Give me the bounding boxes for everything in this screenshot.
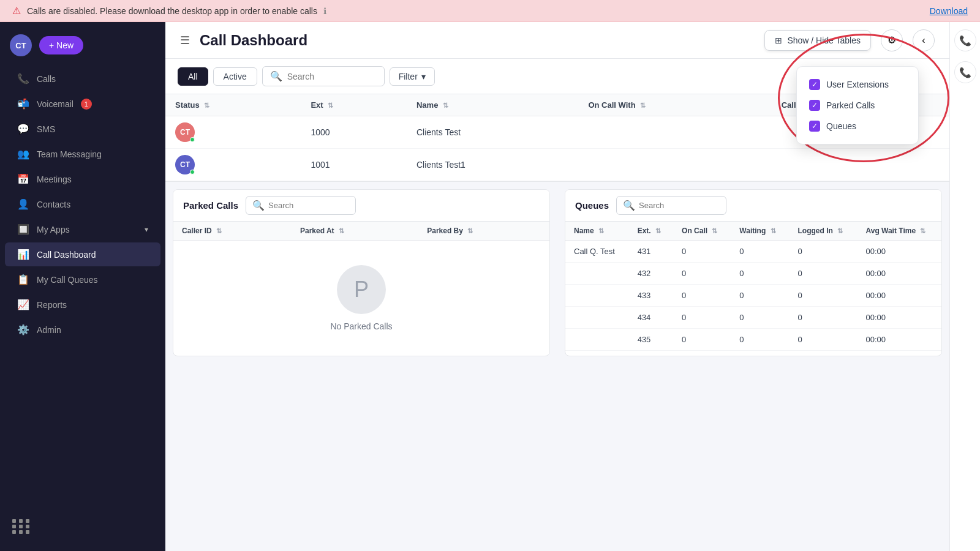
- phone-button-2[interactable]: 📞: [954, 61, 976, 83]
- status-dot: [190, 170, 195, 174]
- nav-label-my-apps: My Apps: [37, 225, 70, 234]
- empty-state: P No Parked Calls: [173, 241, 549, 356]
- right-sidebar: 📞 📞: [949, 22, 980, 551]
- hamburger-button[interactable]: ☰: [180, 34, 190, 47]
- status-dot: [190, 137, 195, 142]
- cell-q-loggedin: 0: [790, 285, 858, 307]
- cell-q-oncall: 0: [673, 241, 731, 263]
- nav-icon-call-dashboard: 📊: [17, 249, 29, 260]
- col-q-ext[interactable]: Ext. ⇅: [629, 222, 673, 241]
- dropdown-item-queues[interactable]: ✓ Queues: [807, 116, 908, 137]
- sidebar-item-meetings[interactable]: 📅 Meetings: [5, 167, 160, 191]
- settings-button[interactable]: ⚙: [881, 29, 903, 51]
- queues-search: 🔍: [616, 196, 726, 215]
- cell-q-avgwait: 00:00: [858, 329, 942, 351]
- nav-icon-team-messaging: 👥: [17, 148, 29, 160]
- cell-status: CT: [165, 116, 301, 149]
- dropdown-item-parked-calls[interactable]: ✓ Parked Calls: [807, 95, 908, 116]
- search-input[interactable]: [287, 72, 377, 81]
- cell-q-ext: 433: [629, 285, 673, 307]
- cell-q-name: [565, 285, 629, 307]
- sidebar-item-my-apps[interactable]: 🔲 My Apps ▾: [5, 217, 160, 241]
- info-icon[interactable]: ℹ: [323, 6, 326, 16]
- new-button[interactable]: + New: [39, 36, 83, 54]
- cell-name: Clients Test1: [407, 149, 578, 181]
- sidebar-item-admin[interactable]: ⚙️ Admin: [5, 318, 160, 342]
- nav-label-my-call-queues: My Call Queues: [37, 275, 98, 285]
- nav-icon-sms: 💬: [17, 123, 29, 135]
- nav-label-reports: Reports: [37, 300, 67, 310]
- phone-icon-1: 📞: [959, 35, 971, 47]
- download-link[interactable]: Download: [930, 6, 968, 16]
- phone-button-1[interactable]: 📞: [954, 29, 976, 51]
- collapse-button[interactable]: ‹: [913, 29, 935, 51]
- table-row: CT 1001 Clients Test1: [165, 149, 949, 181]
- main-content: ☰ Call Dashboard ⊞ Show / Hide Tables ⚙ …: [165, 22, 949, 551]
- cell-oncall: [578, 149, 771, 181]
- sidebar-item-sms[interactable]: 💬 SMS: [5, 117, 160, 141]
- sidebar-item-calls[interactable]: 📞 Calls: [5, 67, 160, 91]
- cell-q-ext: 432: [629, 263, 673, 285]
- dropdown-item-user-extensions[interactable]: ✓ User Extensions: [807, 74, 908, 95]
- sidebar-item-team-messaging[interactable]: 👥 Team Messaging: [5, 142, 160, 166]
- cell-q-waiting: 0: [731, 329, 789, 351]
- filter-button[interactable]: Filter ▾: [390, 67, 435, 86]
- col-q-loggedin[interactable]: Logged In ⇅: [790, 222, 858, 241]
- parked-search-input[interactable]: [268, 201, 349, 210]
- grid-icon[interactable]: [12, 519, 153, 534]
- tab-all[interactable]: All: [178, 67, 208, 86]
- queues-search-input[interactable]: [639, 201, 720, 210]
- parked-calls-header: Parked Calls 🔍: [173, 190, 549, 222]
- col-q-avgwait[interactable]: Avg Wait Time ⇅: [858, 222, 942, 241]
- nav-icon-reports: 📈: [17, 299, 29, 310]
- cell-q-avgwait: 00:00: [858, 263, 942, 285]
- tab-active[interactable]: Active: [213, 67, 257, 86]
- cell-q-avgwait: 00:00: [858, 307, 942, 329]
- nav-icon-admin: ⚙️: [17, 324, 29, 335]
- checkbox-queues: ✓: [809, 121, 820, 132]
- col-q-name[interactable]: Name ⇅: [565, 222, 629, 241]
- search-box: 🔍: [262, 66, 385, 86]
- banner-message: Calls are disabled. Please download the …: [27, 6, 317, 16]
- cell-q-ext: 435: [629, 329, 673, 351]
- col-q-oncall[interactable]: On Call ⇅: [673, 222, 731, 241]
- cell-q-loggedin: 0: [790, 263, 858, 285]
- nav-label-admin: Admin: [37, 325, 61, 335]
- col-status[interactable]: Status ⇅: [165, 94, 301, 116]
- sidebar-item-voicemail[interactable]: 📬 Voicemail 1: [5, 92, 160, 116]
- bottom-panels: Parked Calls 🔍 Caller ID ⇅ Parked At ⇅ P…: [165, 181, 949, 364]
- nav-label-voicemail: Voicemail: [37, 99, 74, 109]
- empty-icon: P: [337, 265, 386, 314]
- nav-icon-contacts: 👤: [17, 198, 29, 210]
- table-area: Status ⇅ Ext ⇅ Name ⇅ On Call With ⇅ Cal…: [165, 94, 949, 551]
- sidebar-item-reports[interactable]: 📈 Reports: [5, 293, 160, 317]
- cell-q-name: [565, 263, 629, 285]
- table-row: 434 0 0 0 00:00: [565, 307, 941, 329]
- avatar: CT: [175, 122, 195, 142]
- nav-icon-meetings: 📅: [17, 173, 29, 185]
- sidebar-item-contacts[interactable]: 👤 Contacts: [5, 192, 160, 216]
- col-ext[interactable]: Ext ⇅: [301, 94, 407, 116]
- sidebar-logo: CT + New: [0, 29, 165, 66]
- col-name[interactable]: Name ⇅: [407, 94, 578, 116]
- cell-q-name: [565, 329, 629, 351]
- cell-q-ext: 431: [629, 241, 673, 263]
- col-oncall[interactable]: On Call With ⇅: [578, 94, 771, 116]
- page-title: Call Dashboard: [200, 32, 755, 49]
- sidebar-nav: 📞 Calls 📬 Voicemail 1 💬 SMS 👥 Team Messa…: [0, 66, 165, 509]
- sidebar-item-call-dashboard[interactable]: 📊 Call Dashboard: [5, 242, 160, 266]
- chevron-down-icon: ▾: [421, 72, 426, 81]
- col-parked-at[interactable]: Parked At ⇅: [292, 222, 418, 241]
- cell-ext: 1000: [301, 116, 407, 149]
- nav-icon-voicemail: 📬: [17, 98, 29, 110]
- notification-banner: ⚠ Calls are disabled. Please download th…: [0, 0, 980, 22]
- col-caller-id[interactable]: Caller ID ⇅: [173, 222, 292, 241]
- parked-search-icon: 🔍: [252, 200, 265, 211]
- nav-label-contacts: Contacts: [37, 200, 70, 209]
- cell-status: CT: [165, 149, 301, 181]
- col-parked-by[interactable]: Parked By ⇅: [418, 222, 549, 241]
- queues-panel: Queues 🔍 Name ⇅ Ext. ⇅ On Call ⇅: [565, 189, 942, 356]
- sidebar-item-my-call-queues[interactable]: 📋 My Call Queues: [5, 268, 160, 291]
- col-q-waiting[interactable]: Waiting ⇅: [731, 222, 789, 241]
- show-hide-button[interactable]: ⊞ Show / Hide Tables: [764, 30, 871, 51]
